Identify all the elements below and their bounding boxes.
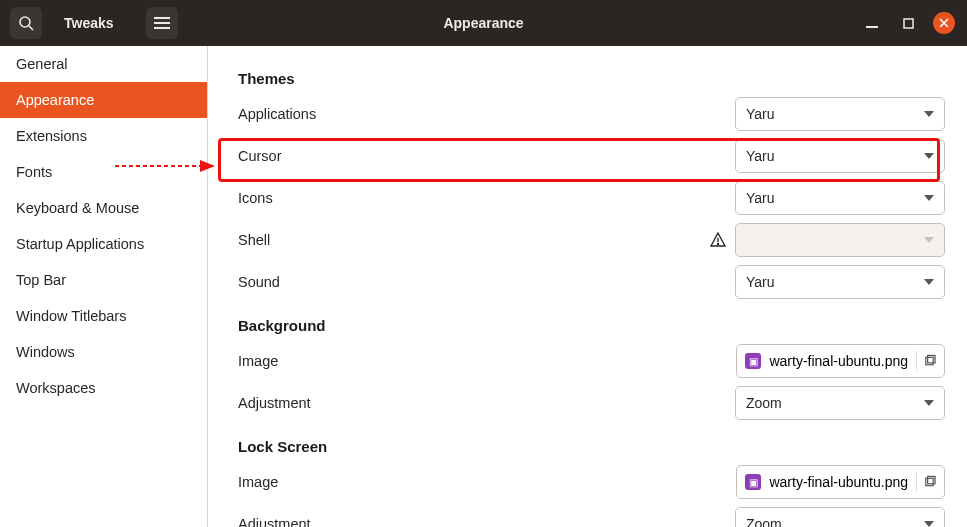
combo-value: Zoom bbox=[746, 516, 782, 527]
sidebar-item-window-titlebars[interactable]: Window Titlebars bbox=[0, 298, 207, 334]
label-applications: Applications bbox=[238, 106, 316, 122]
warning-icon bbox=[709, 231, 727, 249]
label-sound: Sound bbox=[238, 274, 280, 290]
label-shell: Shell bbox=[238, 232, 270, 248]
sidebar-item-label: General bbox=[16, 56, 68, 72]
section-title-themes: Themes bbox=[238, 70, 945, 87]
sidebar-item-startup-applications[interactable]: Startup Applications bbox=[0, 226, 207, 262]
svg-rect-4 bbox=[154, 27, 170, 29]
label-lock-adjustment: Adjustment bbox=[238, 516, 311, 527]
row-sound: Sound Yaru bbox=[238, 261, 945, 303]
window-controls bbox=[861, 12, 967, 34]
close-button[interactable] bbox=[933, 12, 955, 34]
chevron-down-icon bbox=[924, 521, 934, 527]
section-title-lockscreen: Lock Screen bbox=[238, 438, 945, 455]
combo-lock-adjustment[interactable]: Zoom bbox=[735, 507, 945, 527]
app-body: General Appearance Extensions Fonts Keyb… bbox=[0, 46, 967, 527]
combo-value: Yaru bbox=[746, 148, 775, 164]
combo-icons[interactable]: Yaru bbox=[735, 181, 945, 215]
sidebar-item-general[interactable]: General bbox=[0, 46, 207, 82]
maximize-icon bbox=[903, 18, 914, 29]
sidebar-item-label: Fonts bbox=[16, 164, 52, 180]
sidebar-item-label: Extensions bbox=[16, 128, 87, 144]
chevron-down-icon bbox=[924, 153, 934, 159]
sidebar-item-label: Keyboard & Mouse bbox=[16, 200, 139, 216]
headerbar: Tweaks Appearance bbox=[0, 0, 967, 46]
row-shell: Shell bbox=[238, 219, 945, 261]
svg-line-1 bbox=[29, 26, 33, 30]
svg-rect-14 bbox=[926, 478, 933, 485]
section-title-background: Background bbox=[238, 317, 945, 334]
sidebar-item-label: Window Titlebars bbox=[16, 308, 126, 324]
file-name: warty-final-ubuntu.png bbox=[769, 353, 908, 369]
row-lock-adjustment: Adjustment Zoom bbox=[238, 503, 945, 527]
image-type-icon: ▣ bbox=[745, 474, 761, 490]
combo-value: Yaru bbox=[746, 274, 775, 290]
chevron-down-icon bbox=[924, 195, 934, 201]
combo-applications[interactable]: Yaru bbox=[735, 97, 945, 131]
combo-cursor[interactable]: Yaru bbox=[735, 139, 945, 173]
sidebar-item-fonts[interactable]: Fonts bbox=[0, 154, 207, 190]
chevron-down-icon bbox=[924, 279, 934, 285]
row-applications: Applications Yaru bbox=[238, 93, 945, 135]
sidebar-item-top-bar[interactable]: Top Bar bbox=[0, 262, 207, 298]
sidebar-item-keyboard-mouse[interactable]: Keyboard & Mouse bbox=[0, 190, 207, 226]
svg-rect-3 bbox=[154, 22, 170, 24]
row-lock-image: Image ▣ warty-final-ubuntu.png bbox=[238, 461, 945, 503]
svg-rect-6 bbox=[904, 19, 913, 28]
row-bg-adjustment: Adjustment Zoom bbox=[238, 382, 945, 424]
combo-value: Yaru bbox=[746, 106, 775, 122]
label-cursor: Cursor bbox=[238, 148, 282, 164]
sidebar-item-label: Top Bar bbox=[16, 272, 66, 288]
minimize-icon bbox=[866, 17, 878, 29]
combo-bg-adjustment[interactable]: Zoom bbox=[735, 386, 945, 420]
label-bg-image: Image bbox=[238, 353, 278, 369]
row-cursor: Cursor Yaru bbox=[238, 135, 945, 177]
close-icon bbox=[939, 18, 949, 28]
svg-rect-15 bbox=[928, 476, 935, 483]
sidebar-item-extensions[interactable]: Extensions bbox=[0, 118, 207, 154]
svg-point-11 bbox=[717, 243, 718, 244]
open-file-icon bbox=[916, 351, 936, 371]
row-bg-image: Image ▣ warty-final-ubuntu.png bbox=[238, 340, 945, 382]
row-icons: Icons Yaru bbox=[238, 177, 945, 219]
label-lock-image: Image bbox=[238, 474, 278, 490]
headerbar-left: Tweaks bbox=[0, 7, 178, 39]
menu-button[interactable] bbox=[146, 7, 178, 39]
app-name: Tweaks bbox=[64, 15, 114, 31]
sidebar-item-label: Windows bbox=[16, 344, 75, 360]
combo-shell bbox=[735, 223, 945, 257]
sidebar-item-label: Appearance bbox=[16, 92, 94, 108]
file-chooser-lock-image[interactable]: ▣ warty-final-ubuntu.png bbox=[736, 465, 945, 499]
sidebar-item-label: Workspaces bbox=[16, 380, 96, 396]
file-name: warty-final-ubuntu.png bbox=[769, 474, 908, 490]
minimize-button[interactable] bbox=[861, 12, 883, 34]
svg-point-0 bbox=[20, 17, 30, 27]
chevron-down-icon bbox=[924, 111, 934, 117]
maximize-button[interactable] bbox=[897, 12, 919, 34]
combo-sound[interactable]: Yaru bbox=[735, 265, 945, 299]
sidebar: General Appearance Extensions Fonts Keyb… bbox=[0, 46, 208, 527]
content-panel: Themes Applications Yaru Cursor Yaru Ico… bbox=[208, 46, 967, 527]
sidebar-item-appearance[interactable]: Appearance bbox=[0, 82, 207, 118]
chevron-down-icon bbox=[924, 237, 934, 243]
svg-rect-13 bbox=[928, 355, 935, 362]
svg-rect-5 bbox=[866, 26, 878, 28]
combo-value: Yaru bbox=[746, 190, 775, 206]
hamburger-icon bbox=[154, 17, 170, 29]
file-chooser-bg-image[interactable]: ▣ warty-final-ubuntu.png bbox=[736, 344, 945, 378]
chevron-down-icon bbox=[924, 400, 934, 406]
search-icon bbox=[18, 15, 34, 31]
sidebar-item-windows[interactable]: Windows bbox=[0, 334, 207, 370]
search-button[interactable] bbox=[10, 7, 42, 39]
image-type-icon: ▣ bbox=[745, 353, 761, 369]
combo-value: Zoom bbox=[746, 395, 782, 411]
svg-rect-12 bbox=[926, 357, 933, 364]
label-icons: Icons bbox=[238, 190, 273, 206]
label-bg-adjustment: Adjustment bbox=[238, 395, 311, 411]
svg-rect-2 bbox=[154, 17, 170, 19]
sidebar-item-workspaces[interactable]: Workspaces bbox=[0, 370, 207, 406]
sidebar-item-label: Startup Applications bbox=[16, 236, 144, 252]
open-file-icon bbox=[916, 472, 936, 492]
